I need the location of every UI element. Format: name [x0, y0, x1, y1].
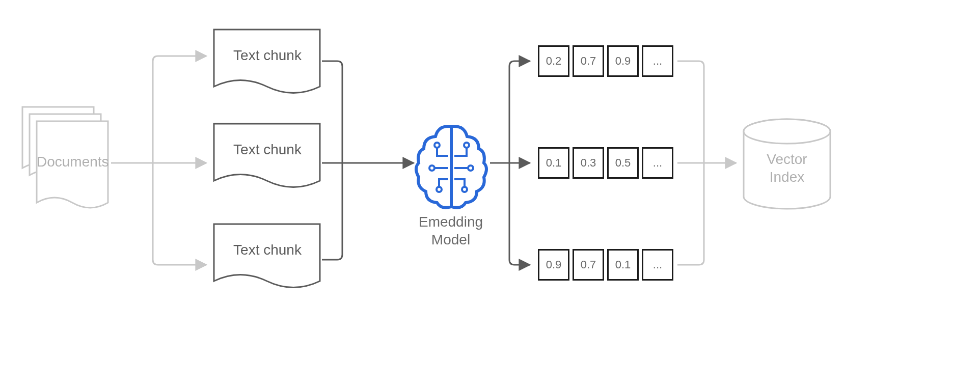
svg-point-5 — [437, 187, 442, 192]
svg-point-1 — [434, 143, 440, 148]
svg-point-6 — [462, 187, 467, 192]
vector-cell: 0.9 — [607, 45, 639, 77]
svg-point-4 — [468, 165, 473, 171]
vector-index-label: VectorIndex — [744, 150, 830, 186]
text-chunk-label: Text chunk — [214, 47, 321, 64]
vector-cell: 0.1 — [607, 249, 639, 281]
vector-cell: ... — [642, 249, 673, 281]
text-chunk-label: Text chunk — [214, 242, 321, 258]
svg-point-3 — [429, 165, 434, 171]
vector-cell: 0.7 — [573, 249, 604, 281]
text-chunk-label: Text chunk — [214, 142, 321, 158]
vector-cell: ... — [642, 45, 673, 77]
embedding-model-label: EmeddingModel — [407, 213, 494, 248]
embedding-model-icon — [416, 126, 486, 208]
vector-cell: 0.1 — [538, 147, 569, 179]
vector-cell: ... — [642, 147, 673, 179]
svg-point-2 — [464, 143, 469, 148]
vector-cell: 0.3 — [573, 147, 604, 179]
vector-cell: 0.5 — [607, 147, 639, 179]
documents-label: Documents — [37, 154, 108, 170]
vector-cell: 0.9 — [538, 249, 569, 281]
vector-cell: 0.7 — [573, 45, 604, 77]
svg-point-8 — [744, 119, 830, 144]
vector-cell: 0.2 — [538, 45, 569, 77]
